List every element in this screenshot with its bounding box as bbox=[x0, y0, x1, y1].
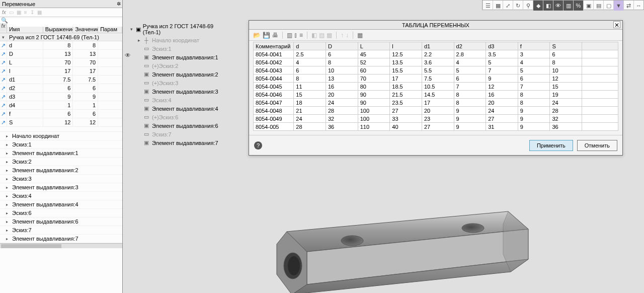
tb-icon[interactable]: ◧ bbox=[543, 1, 553, 11]
var-expr[interactable]: 6 bbox=[43, 84, 73, 92]
cell[interactable]: 8 bbox=[454, 99, 486, 107]
table-row[interactable]: 8054-0042485213.53.64548 bbox=[254, 58, 618, 66]
tb-icon[interactable]: ⚲ bbox=[523, 1, 533, 11]
cell[interactable]: 70 bbox=[358, 75, 390, 83]
tree-item[interactable]: ▭(+)Эскиз:3 bbox=[130, 79, 230, 87]
var-expr[interactable]: 1 bbox=[43, 101, 73, 109]
cell[interactable]: 8054-0048 bbox=[254, 107, 294, 115]
tb-icon[interactable]: ▢ bbox=[603, 1, 613, 11]
cell[interactable]: 8 bbox=[550, 58, 582, 66]
tb-icon[interactable]: 👁 bbox=[553, 1, 563, 11]
cell[interactable]: 12.5 bbox=[390, 50, 422, 58]
table-row[interactable]: 8054-00412.564512.52.22.83.536 bbox=[254, 50, 618, 58]
var-expr[interactable]: 13 bbox=[43, 50, 73, 58]
gear-icon[interactable]: ✲ bbox=[115, 1, 122, 7]
cell[interactable]: 4 bbox=[454, 58, 486, 66]
tree-root[interactable]: ▾ ▣ Ручка исп 2 ГОСТ 14748-69 (Тел-1) bbox=[130, 22, 230, 36]
cell[interactable]: 8054-0045 bbox=[254, 83, 294, 91]
cell[interactable]: 12 bbox=[486, 83, 518, 91]
var-expr[interactable]: 7.5 bbox=[43, 76, 73, 84]
cell[interactable]: 8054-0043 bbox=[254, 66, 294, 75]
print-icon[interactable]: 🖶 bbox=[272, 32, 278, 39]
cell[interactable]: 9 bbox=[518, 107, 550, 115]
open-icon[interactable]: 📂 bbox=[253, 32, 261, 39]
cell[interactable]: 2.5 bbox=[294, 50, 326, 58]
tool-icon[interactable]: ▭ bbox=[9, 10, 14, 15]
cell[interactable]: 27 bbox=[390, 107, 422, 115]
filter-icon[interactable]: ▼ bbox=[613, 1, 623, 11]
table-row[interactable]: 8054-004481370177.569612 bbox=[254, 75, 618, 83]
cell[interactable]: 9 bbox=[518, 123, 550, 131]
cell[interactable]: 8 bbox=[518, 91, 550, 99]
col-header[interactable]: d2 bbox=[454, 42, 486, 50]
col-header[interactable]: Комментарий bbox=[254, 42, 294, 50]
var-expr[interactable]: 6 bbox=[43, 110, 73, 118]
feature-node[interactable]: Элемент выдавливания:1 bbox=[0, 149, 122, 158]
variables-table[interactable]: КомментарийdDLld1d2d3fS 8054-00412.56451… bbox=[253, 42, 618, 131]
cell[interactable]: 100 bbox=[358, 107, 390, 115]
cell[interactable]: 45 bbox=[358, 50, 390, 58]
cell[interactable]: 15 bbox=[294, 91, 326, 99]
tool-icon[interactable]: ⫿ bbox=[294, 32, 297, 39]
feature-node[interactable]: Начало координат bbox=[0, 132, 122, 140]
tree-item[interactable]: ▣Элемент выдавливания:4 bbox=[130, 104, 230, 113]
tree-item[interactable]: ▭Эскиз:1 bbox=[130, 44, 230, 53]
cell[interactable]: 24 bbox=[294, 115, 326, 123]
tree-item[interactable]: ▭(+)Эскиз:2 bbox=[130, 61, 230, 70]
cell[interactable]: 13.5 bbox=[390, 58, 422, 66]
cell[interactable]: 36 bbox=[326, 123, 358, 131]
cell[interactable]: 17 bbox=[390, 75, 422, 83]
cell[interactable]: 7 bbox=[518, 83, 550, 91]
cell[interactable]: 11 bbox=[294, 83, 326, 91]
tree-item[interactable]: ▣Элемент выдавливания:2 bbox=[130, 70, 230, 79]
search-input[interactable] bbox=[0, 19, 122, 27]
cell[interactable]: 2.8 bbox=[454, 50, 486, 58]
col-header[interactable]: S bbox=[550, 42, 582, 50]
cell[interactable]: 10.5 bbox=[422, 83, 454, 91]
cell[interactable]: 3.5 bbox=[486, 50, 518, 58]
cell[interactable]: 8054-0049 bbox=[254, 115, 294, 123]
apply-button[interactable]: Применить bbox=[529, 140, 573, 151]
cell[interactable]: 2.2 bbox=[422, 50, 454, 58]
tool-icon[interactable]: ≡ bbox=[24, 10, 27, 15]
cell[interactable]: 5.5 bbox=[422, 66, 454, 75]
tree-item[interactable]: ▣Элемент выдавливания:3 bbox=[130, 87, 230, 96]
cell[interactable]: 31 bbox=[486, 123, 518, 131]
cell[interactable]: 28 bbox=[326, 107, 358, 115]
tree-item[interactable]: ▭Эскиз:7 bbox=[130, 130, 230, 138]
cell[interactable]: 24 bbox=[326, 99, 358, 107]
tb-icon[interactable]: ⇄ bbox=[623, 1, 633, 11]
var-expr[interactable]: 70 bbox=[43, 58, 73, 66]
tb-icon[interactable]: ⤢ bbox=[503, 1, 513, 11]
var-row[interactable]: ↗d266 bbox=[0, 84, 122, 93]
cell[interactable]: 7 bbox=[486, 66, 518, 75]
var-expr[interactable]: 9 bbox=[43, 93, 73, 101]
cell[interactable]: 3 bbox=[518, 50, 550, 58]
cell[interactable]: 33 bbox=[390, 115, 422, 123]
cell[interactable]: 110 bbox=[358, 123, 390, 131]
cell[interactable]: 21 bbox=[294, 107, 326, 115]
tb-icon[interactable]: ◆ bbox=[533, 1, 543, 11]
feature-node[interactable]: Эскиз:6 bbox=[0, 209, 122, 217]
cell[interactable]: 3.6 bbox=[422, 58, 454, 66]
cell[interactable]: 15.5 bbox=[390, 66, 422, 75]
feature-node[interactable]: Эскиз:2 bbox=[0, 158, 122, 166]
cell[interactable]: 60 bbox=[358, 66, 390, 75]
table-row[interactable]: 8054-004924321003323927932 bbox=[254, 115, 618, 123]
table-row[interactable]: 8054-004718249023.517820824 bbox=[254, 99, 618, 107]
tb-icon[interactable]: ☰ bbox=[482, 1, 493, 11]
save-icon[interactable]: 💾 bbox=[263, 32, 270, 39]
cell[interactable]: 23 bbox=[422, 115, 454, 123]
cell[interactable]: 9 bbox=[486, 75, 518, 83]
cell[interactable]: 6 bbox=[326, 50, 358, 58]
cell[interactable]: 8054-0041 bbox=[254, 50, 294, 58]
cell[interactable]: 19 bbox=[550, 91, 582, 99]
help-icon[interactable]: ? bbox=[254, 141, 262, 150]
cell[interactable]: 28 bbox=[294, 123, 326, 131]
cell[interactable]: 18 bbox=[294, 99, 326, 107]
cell[interactable]: 20 bbox=[326, 91, 358, 99]
cell[interactable]: 21.5 bbox=[390, 91, 422, 99]
tree-item[interactable]: ▭Эскиз:4 bbox=[130, 96, 230, 104]
cell[interactable]: 6 bbox=[454, 75, 486, 83]
cell[interactable]: 20 bbox=[422, 107, 454, 115]
